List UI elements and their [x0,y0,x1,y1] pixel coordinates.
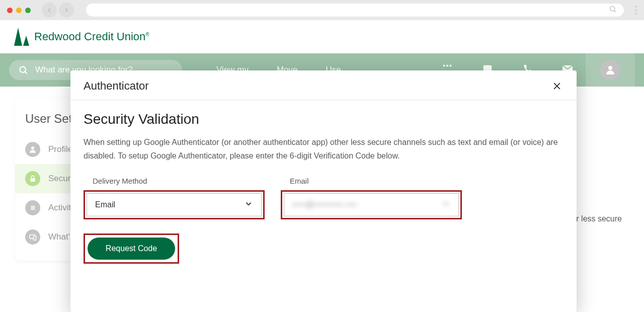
highlight-annotation: Request Code [84,233,179,264]
select-value: Email [95,200,115,209]
svg-rect-15 [34,237,36,241]
svg-point-2 [20,66,26,72]
browser-back-button[interactable] [42,3,57,18]
logo-text: Redwood Credit Union® [34,30,149,43]
svg-rect-10 [30,178,35,182]
profile-icon [25,142,40,157]
modal-description: When setting up Google Authenticator (or… [84,135,561,163]
svg-line-1 [614,11,616,12]
highlight-annotation: Email [84,190,265,219]
select-value: ••••@•••••••••.••• [292,200,357,209]
svg-point-6 [449,65,451,67]
list-icon [25,200,40,215]
browser-chrome [0,0,644,20]
browser-urlbar[interactable] [86,4,624,17]
delivery-method-select[interactable]: Email [87,193,262,216]
avatar-icon [600,60,620,80]
lock-icon [25,171,40,186]
modal-title: Security Validation [84,111,564,127]
svg-point-9 [31,146,34,149]
window-close-button[interactable] [7,8,13,13]
request-code-button[interactable]: Request Code [88,238,175,260]
svg-point-5 [446,65,448,67]
logo-row: Redwood Credit Union® [0,20,644,53]
svg-point-0 [610,7,615,11]
device-icon [25,229,40,245]
traffic-lights [7,8,31,13]
email-label: Email [281,177,462,185]
close-button[interactable] [550,80,564,93]
search-icon [18,65,28,75]
logo-mark[interactable] [14,28,29,46]
modal-header-title: Authenticator [84,80,149,93]
svg-point-8 [608,66,612,70]
browser-forward-button[interactable] [59,3,74,18]
window-maximize-button[interactable] [25,8,31,13]
search-icon [609,5,617,15]
delivery-method-label: Delivery Method [84,177,265,185]
close-icon [552,81,562,91]
email-select[interactable]: ••••@•••••••••.••• [284,193,459,216]
authenticator-modal: Authenticator Security Validation When s… [70,70,577,312]
svg-line-3 [25,71,27,73]
svg-point-4 [443,65,445,67]
sidebar-item-label: Profile [48,144,72,154]
chevron-down-icon [244,199,253,210]
chevron-down-icon [441,199,450,210]
user-menu[interactable] [586,53,635,87]
highlight-annotation: ••••@•••••••••.••• [281,190,462,219]
browser-menu-button[interactable] [635,6,637,15]
window-minimize-button[interactable] [16,8,22,13]
